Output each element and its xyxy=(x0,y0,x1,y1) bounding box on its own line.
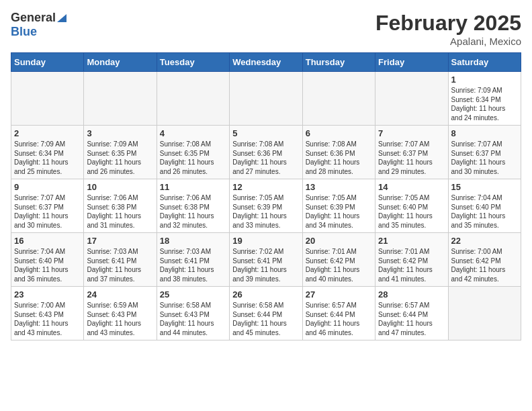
day-number: 12 xyxy=(232,182,299,192)
header-sunday: Sunday xyxy=(11,53,84,72)
logo-blue-text: Blue xyxy=(11,25,37,38)
day-info: Sunrise: 7:08 AMSunset: 6:36 PMDaylight:… xyxy=(232,140,299,176)
day-info: Sunrise: 7:04 AMSunset: 6:40 PMDaylight:… xyxy=(451,193,518,230)
logo-arrow-icon xyxy=(57,13,66,25)
calendar-location: Apalani, Mexico xyxy=(375,36,521,47)
day-number: 10 xyxy=(87,182,153,192)
table-row: 5Sunrise: 7:08 AMSunset: 6:36 PMDaylight… xyxy=(230,126,302,179)
calendar-header-row: Sunday Monday Tuesday Wednesday Thursday… xyxy=(11,53,521,72)
table-row: 13Sunrise: 7:05 AMSunset: 6:39 PMDayligh… xyxy=(302,179,375,233)
table-row: 9Sunrise: 7:07 AMSunset: 6:37 PMDaylight… xyxy=(11,179,84,233)
day-number: 26 xyxy=(232,289,299,300)
day-number: 9 xyxy=(14,182,81,192)
header-tuesday: Tuesday xyxy=(157,53,229,72)
table-row: 2Sunrise: 7:09 AMSunset: 6:34 PMDaylight… xyxy=(11,126,84,179)
day-number: 18 xyxy=(160,236,226,246)
table-row: 7Sunrise: 7:07 AMSunset: 6:37 PMDaylight… xyxy=(375,126,448,179)
day-info: Sunrise: 6:58 AMSunset: 6:43 PMDaylight:… xyxy=(160,301,226,337)
day-number: 28 xyxy=(378,289,445,300)
day-number: 11 xyxy=(160,182,226,192)
table-row: 21Sunrise: 7:01 AMSunset: 6:42 PMDayligh… xyxy=(375,233,448,287)
day-number: 14 xyxy=(378,182,445,192)
table-row: 23Sunrise: 7:00 AMSunset: 6:43 PMDayligh… xyxy=(11,287,84,340)
day-info: Sunrise: 6:57 AMSunset: 6:44 PMDaylight:… xyxy=(378,301,445,337)
day-info: Sunrise: 7:05 AMSunset: 6:39 PMDaylight:… xyxy=(306,193,372,230)
day-info: Sunrise: 7:06 AMSunset: 6:38 PMDaylight:… xyxy=(160,193,226,230)
table-row xyxy=(11,72,84,126)
page-header: General Blue February 2025 Apalani, Mexi… xyxy=(11,11,521,47)
calendar-week-row: 9Sunrise: 7:07 AMSunset: 6:37 PMDaylight… xyxy=(11,179,521,233)
day-number: 4 xyxy=(160,128,226,138)
table-row: 3Sunrise: 7:09 AMSunset: 6:35 PMDaylight… xyxy=(84,126,157,179)
calendar-title: February 2025 xyxy=(375,11,521,36)
table-row: 25Sunrise: 6:58 AMSunset: 6:43 PMDayligh… xyxy=(157,287,229,340)
table-row: 1Sunrise: 7:09 AMSunset: 6:34 PMDaylight… xyxy=(448,72,521,126)
day-info: Sunrise: 7:03 AMSunset: 6:41 PMDaylight:… xyxy=(160,247,226,283)
logo: General Blue xyxy=(11,11,66,39)
table-row xyxy=(375,72,448,126)
day-info: Sunrise: 7:00 AMSunset: 6:42 PMDaylight:… xyxy=(451,247,518,283)
table-row: 16Sunrise: 7:04 AMSunset: 6:40 PMDayligh… xyxy=(11,233,84,287)
day-number: 8 xyxy=(451,128,518,138)
table-row: 4Sunrise: 7:08 AMSunset: 6:35 PMDaylight… xyxy=(157,126,229,179)
day-info: Sunrise: 7:00 AMSunset: 6:43 PMDaylight:… xyxy=(14,301,81,337)
table-row: 12Sunrise: 7:05 AMSunset: 6:39 PMDayligh… xyxy=(230,179,302,233)
day-info: Sunrise: 7:09 AMSunset: 6:35 PMDaylight:… xyxy=(87,140,153,176)
day-info: Sunrise: 6:57 AMSunset: 6:44 PMDaylight:… xyxy=(306,301,372,337)
header-friday: Friday xyxy=(375,53,448,72)
day-number: 2 xyxy=(14,128,81,138)
day-number: 24 xyxy=(87,289,153,300)
calendar-week-row: 1Sunrise: 7:09 AMSunset: 6:34 PMDaylight… xyxy=(11,72,521,126)
day-number: 13 xyxy=(306,182,372,192)
day-info: Sunrise: 7:02 AMSunset: 6:41 PMDaylight:… xyxy=(232,247,299,283)
table-row xyxy=(448,287,521,340)
day-info: Sunrise: 7:05 AMSunset: 6:39 PMDaylight:… xyxy=(232,193,299,230)
table-row: 26Sunrise: 6:58 AMSunset: 6:44 PMDayligh… xyxy=(230,287,302,340)
day-info: Sunrise: 7:04 AMSunset: 6:40 PMDaylight:… xyxy=(14,247,81,283)
header-saturday: Saturday xyxy=(448,53,521,72)
day-number: 19 xyxy=(232,236,299,246)
table-row: 18Sunrise: 7:03 AMSunset: 6:41 PMDayligh… xyxy=(157,233,229,287)
table-row: 11Sunrise: 7:06 AMSunset: 6:38 PMDayligh… xyxy=(157,179,229,233)
day-number: 22 xyxy=(451,236,518,246)
table-row: 19Sunrise: 7:02 AMSunset: 6:41 PMDayligh… xyxy=(230,233,302,287)
calendar-week-row: 16Sunrise: 7:04 AMSunset: 6:40 PMDayligh… xyxy=(11,233,521,287)
day-number: 25 xyxy=(160,289,226,300)
day-info: Sunrise: 7:09 AMSunset: 6:34 PMDaylight:… xyxy=(451,86,518,122)
day-number: 1 xyxy=(451,75,518,85)
day-info: Sunrise: 7:05 AMSunset: 6:40 PMDaylight:… xyxy=(378,193,445,230)
title-block: February 2025 Apalani, Mexico xyxy=(375,11,521,47)
table-row: 27Sunrise: 6:57 AMSunset: 6:44 PMDayligh… xyxy=(302,287,375,340)
table-row: 6Sunrise: 7:08 AMSunset: 6:36 PMDaylight… xyxy=(302,126,375,179)
calendar-week-row: 23Sunrise: 7:00 AMSunset: 6:43 PMDayligh… xyxy=(11,287,521,340)
day-number: 3 xyxy=(87,128,153,138)
table-row xyxy=(157,72,229,126)
day-number: 16 xyxy=(14,236,81,246)
day-info: Sunrise: 7:07 AMSunset: 6:37 PMDaylight:… xyxy=(451,140,518,176)
day-info: Sunrise: 7:09 AMSunset: 6:34 PMDaylight:… xyxy=(14,140,81,176)
day-info: Sunrise: 7:01 AMSunset: 6:42 PMDaylight:… xyxy=(306,247,372,283)
day-info: Sunrise: 7:08 AMSunset: 6:36 PMDaylight:… xyxy=(306,140,372,176)
table-row: 15Sunrise: 7:04 AMSunset: 6:40 PMDayligh… xyxy=(448,179,521,233)
day-number: 5 xyxy=(232,128,299,138)
table-row: 14Sunrise: 7:05 AMSunset: 6:40 PMDayligh… xyxy=(375,179,448,233)
table-row xyxy=(302,72,375,126)
table-row: 24Sunrise: 6:59 AMSunset: 6:43 PMDayligh… xyxy=(84,287,157,340)
day-number: 27 xyxy=(306,289,372,300)
day-number: 6 xyxy=(306,128,372,138)
svg-marker-0 xyxy=(57,14,66,22)
calendar-table: Sunday Monday Tuesday Wednesday Thursday… xyxy=(11,52,521,340)
table-row xyxy=(230,72,302,126)
day-info: Sunrise: 7:01 AMSunset: 6:42 PMDaylight:… xyxy=(378,247,445,283)
logo-general-text: General xyxy=(11,11,56,25)
table-row xyxy=(84,72,157,126)
calendar-week-row: 2Sunrise: 7:09 AMSunset: 6:34 PMDaylight… xyxy=(11,126,521,179)
day-number: 15 xyxy=(451,182,518,192)
day-number: 17 xyxy=(87,236,153,246)
day-number: 20 xyxy=(306,236,372,246)
header-wednesday: Wednesday xyxy=(230,53,302,72)
day-number: 7 xyxy=(378,128,445,138)
table-row: 10Sunrise: 7:06 AMSunset: 6:38 PMDayligh… xyxy=(84,179,157,233)
table-row: 22Sunrise: 7:00 AMSunset: 6:42 PMDayligh… xyxy=(448,233,521,287)
day-info: Sunrise: 7:08 AMSunset: 6:35 PMDaylight:… xyxy=(160,140,226,176)
